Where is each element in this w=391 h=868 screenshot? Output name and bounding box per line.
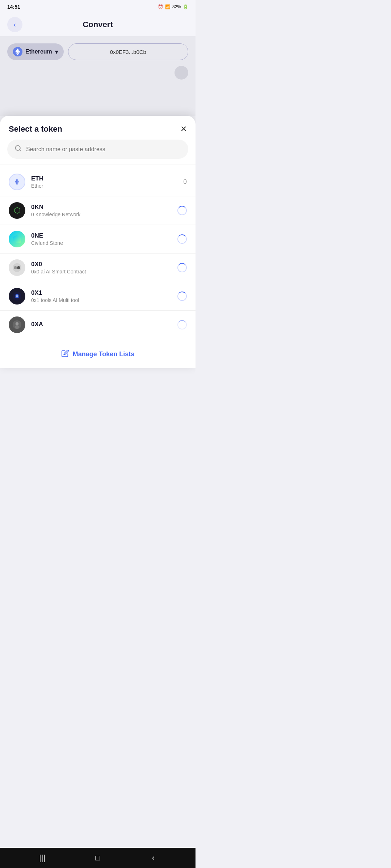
- svg-line-2: [20, 150, 21, 151]
- loading-spinner-0x1: [177, 292, 187, 301]
- token-item-0x1[interactable]: 0X1 0x1 tools AI Multi tool: [0, 282, 196, 310]
- token-select-modal: Select a token ✕: [0, 116, 196, 368]
- modal-footer: Manage Token Lists: [0, 342, 196, 368]
- status-icons: ⏰ 📶 82% 🔋: [158, 4, 188, 9]
- svg-point-10: [15, 325, 19, 329]
- back-button[interactable]: ‹: [7, 17, 22, 32]
- eth-token-svg: [12, 177, 22, 187]
- token-item-0xa[interactable]: 0XA: [0, 311, 196, 339]
- 0x0-token-svg: [12, 263, 22, 272]
- token-item-eth[interactable]: ETH Ether 0: [0, 168, 196, 196]
- signal-icon: 📶: [165, 4, 171, 9]
- eth-network-icon: [13, 47, 22, 56]
- token-symbol-0x1: 0X1: [31, 289, 172, 297]
- search-box[interactable]: [7, 140, 188, 159]
- settings-placeholder: [175, 66, 188, 80]
- page-header: ‹ Convert: [0, 13, 196, 36]
- battery-graphic: 🔋: [183, 4, 188, 9]
- token-symbol-0ne: 0NE: [31, 232, 172, 239]
- token-icon-0xa: [9, 316, 25, 333]
- search-icon: [14, 145, 22, 154]
- alarm-icon: ⏰: [158, 4, 163, 9]
- search-container: [0, 140, 196, 165]
- loading-spinner-0x0: [177, 263, 187, 272]
- loading-spinner-0kn: [177, 206, 187, 215]
- token-item-0x0[interactable]: 0X0 0x0 ai AI Smart Contract: [0, 254, 196, 282]
- modal-header: Select a token ✕: [0, 116, 196, 140]
- convert-background: Ethereum ▾ 0x0EF3...b0Cb: [0, 36, 196, 116]
- token-name-0x0: 0x0 ai AI Smart Contract: [31, 269, 172, 275]
- page-title: Convert: [83, 20, 113, 29]
- network-row: Ethereum ▾ 0x0EF3...b0Cb: [7, 43, 188, 60]
- manage-token-lists-button[interactable]: Manage Token Lists: [73, 350, 135, 358]
- svg-marker-3: [13, 235, 21, 243]
- back-arrow-icon: ‹: [14, 21, 16, 29]
- token-info-0x0: 0X0 0x0 ai AI Smart Contract: [31, 261, 172, 275]
- manage-list-icon: [61, 349, 69, 359]
- token-item-0ne[interactable]: 0NE Civfund Stone: [0, 225, 196, 253]
- address-display[interactable]: 0x0EF3...b0Cb: [68, 43, 188, 60]
- token-name-0kn: 0 Knowledge Network: [31, 212, 172, 217]
- svg-point-5: [14, 266, 17, 269]
- settings-row: [7, 66, 188, 81]
- svg-point-9: [16, 322, 19, 326]
- token-info-0ne: 0NE Civfund Stone: [31, 232, 172, 246]
- search-input[interactable]: [26, 146, 181, 153]
- loading-spinner-0xa: [177, 320, 187, 329]
- network-selector[interactable]: Ethereum ▾: [7, 43, 64, 60]
- dropdown-chevron: ▾: [55, 48, 58, 55]
- loading-spinner-0ne: [177, 234, 187, 244]
- token-icon-eth: [9, 174, 25, 190]
- token-list: ETH Ether 0 ⬡ 0KN 0 Knowledge Network: [0, 165, 196, 342]
- status-bar: 14:51 ⏰ 📶 82% 🔋: [0, 0, 196, 13]
- close-modal-button[interactable]: ✕: [180, 125, 187, 133]
- network-name: Ethereum: [25, 48, 52, 55]
- ethereum-svg-icon: [13, 47, 22, 56]
- token-name-0x1: 0x1 tools AI Multi tool: [31, 297, 172, 303]
- 0x1-token-svg: [12, 292, 22, 301]
- token-name-eth: Ether: [31, 183, 178, 189]
- token-symbol-0xa: 0XA: [31, 321, 172, 328]
- 0xa-token-svg: [12, 320, 22, 329]
- battery-icon: 82%: [172, 4, 181, 9]
- status-time: 14:51: [7, 4, 20, 10]
- token-symbol-0x0: 0X0: [31, 261, 172, 268]
- token-icon-0kn: ⬡: [9, 202, 25, 219]
- one-token-svg: [12, 234, 22, 244]
- token-name-0ne: Civfund Stone: [31, 240, 172, 246]
- token-symbol-eth: ETH: [31, 175, 178, 182]
- token-info-0x1: 0X1 0x1 tools AI Multi tool: [31, 289, 172, 303]
- token-icon-0x0: [9, 259, 25, 276]
- token-icon-0ne: [9, 231, 25, 247]
- token-info-0xa: 0XA: [31, 321, 172, 329]
- edit-list-svg: [61, 349, 69, 357]
- token-icon-0x1: [9, 288, 25, 305]
- okn-icon-glyph: ⬡: [14, 206, 21, 215]
- modal-title: Select a token: [9, 124, 62, 134]
- token-info-0kn: 0KN 0 Knowledge Network: [31, 204, 172, 217]
- token-info-eth: ETH Ether: [31, 175, 178, 189]
- token-symbol-0kn: 0KN: [31, 204, 172, 211]
- token-item-0kn[interactable]: ⬡ 0KN 0 Knowledge Network: [0, 196, 196, 225]
- token-balance-eth: 0: [184, 178, 187, 186]
- svg-point-6: [17, 266, 20, 269]
- wallet-address: 0x0EF3...b0Cb: [110, 49, 146, 55]
